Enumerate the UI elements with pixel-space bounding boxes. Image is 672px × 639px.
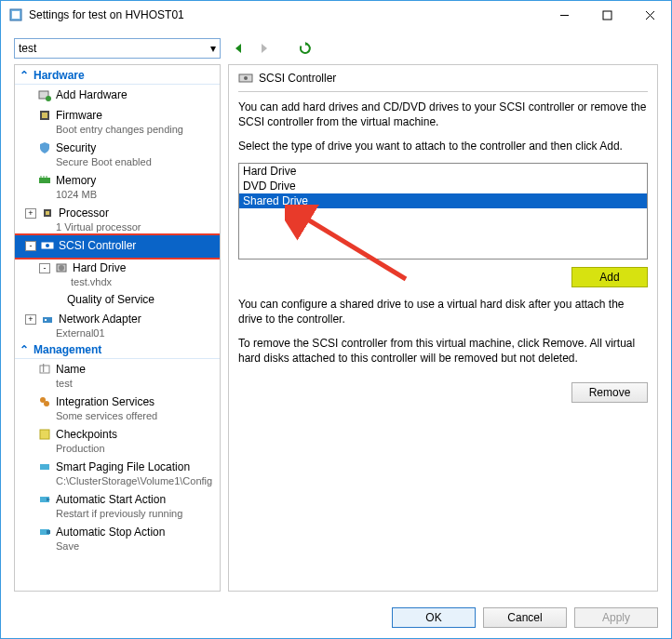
tree-processor[interactable]: +Processor 1 Virtual processor [15,203,220,235]
drive-type-list[interactable]: Hard Drive DVD Drive Shared Drive [238,163,648,260]
maximize-button[interactable] [585,1,628,29]
settings-icon [8,7,23,22]
window-title: Settings for test on HVHOST01 [29,8,543,21]
svg-point-22 [59,265,64,271]
tree-auto-stop[interactable]: Automatic Stop Action Save [15,522,220,554]
remove-button[interactable]: Remove [571,382,648,403]
tree-smart-paging[interactable]: Smart Paging File Location C:\ClusterSto… [15,457,220,489]
svg-marker-6 [235,44,241,53]
hard-drive-icon [54,260,69,275]
processor-icon [40,206,55,220]
vm-selector-value: test [19,42,36,55]
cancel-button[interactable]: Cancel [483,607,567,628]
detail-title: SCSI Controller [259,72,336,85]
tree-firmware-sub: Boot entry changes pending [19,124,216,136]
drive-option-shared[interactable]: Shared Drive [239,193,647,208]
tree-checkpoints[interactable]: Checkpoints Production [15,424,220,457]
drive-option-hard[interactable]: Hard Drive [239,164,647,179]
dialog-footer: OK Cancel Apply [1,597,671,638]
svg-point-10 [46,96,51,101]
detail-panel: SCSI Controller You can add hard drives … [228,64,658,592]
detail-header: SCSI Controller [238,71,648,92]
tree-hard-drive[interactable]: -Hard Drive test.vhdx [15,258,220,290]
top-toolbar: test ▾ [14,36,658,60]
detail-p1: You can add hard drives and CD/DVD drive… [238,100,648,129]
vm-selector[interactable]: test ▾ [14,38,221,59]
title-bar: Settings for test on HVHOST01 [1,1,671,29]
svg-rect-29 [40,430,49,439]
ok-button[interactable]: OK [392,607,476,628]
tree-processor-sub: 1 Virtual processor [19,221,216,233]
checkpoint-icon [37,427,52,442]
hardware-label: Hardware [34,69,85,82]
name-icon: I [37,362,52,377]
tree-network-sub: External01 [19,327,216,339]
security-icon [37,140,52,155]
hardware-section-header[interactable]: ⌃ Hardware [15,67,220,85]
svg-point-28 [44,401,49,406]
close-button[interactable] [628,1,671,29]
integration-icon [37,394,52,409]
svg-rect-13 [39,178,50,183]
drive-option-dvd[interactable]: DVD Drive [239,179,647,193]
firmware-icon [37,108,52,123]
minimize-button[interactable] [543,1,585,29]
chevron-down-icon: ▾ [210,42,216,55]
tree-network-adapter[interactable]: +Network Adapter External01 [15,309,220,341]
svg-rect-30 [40,464,49,470]
management-section-header[interactable]: ⌃ Management [15,341,220,359]
detail-p2: Select the type of drive you want to att… [238,139,648,153]
expand-icon[interactable]: + [25,208,36,219]
collapse-icon: ⌃ [19,343,30,356]
svg-point-20 [46,244,49,247]
svg-point-36 [244,76,248,80]
tree-integration[interactable]: Integration Services Some services offer… [15,392,220,424]
network-icon [40,312,55,326]
detail-p3: You can configure a shared drive to use … [238,297,648,326]
collapse-icon[interactable]: - [39,263,50,273]
paging-icon [37,459,52,474]
memory-icon [37,173,52,188]
collapse-icon[interactable]: - [25,241,36,251]
auto-start-icon [37,492,52,507]
refresh-button[interactable] [297,40,314,57]
tree-memory[interactable]: Memory 1024 MB [15,170,220,203]
tree-memory-sub: 1024 MB [19,189,216,201]
add-hardware-icon [37,87,52,102]
svg-rect-23 [43,317,52,323]
management-label: Management [34,343,101,356]
svg-text:I: I [42,363,45,375]
collapse-icon: ⌃ [19,69,30,82]
settings-tree[interactable]: ⌃ Hardware Add Hardware Firmware Boot en… [14,64,221,592]
svg-rect-1 [12,11,20,19]
tree-firmware[interactable]: Firmware Boot entry changes pending [15,105,220,138]
expand-icon[interactable]: + [25,314,36,325]
auto-stop-icon [37,525,52,539]
nav-forward-button[interactable] [256,40,273,57]
svg-rect-18 [46,211,49,215]
tree-qos[interactable]: Quality of Service [15,290,220,309]
tree-hard-drive-sub: test.vhdx [19,276,216,288]
svg-rect-3 [603,11,612,20]
highlight-box: -SCSI Controller [15,235,220,258]
detail-p4: To remove the SCSI controller from this … [238,336,648,366]
tree-scsi-controller[interactable]: -SCSI Controller [15,235,220,258]
main-area: ⌃ Hardware Add Hardware Firmware Boot en… [1,64,671,597]
tree-name[interactable]: IName test [15,359,220,392]
tree-auto-start[interactable]: Automatic Start Action Restart if previo… [15,489,220,522]
svg-marker-7 [262,44,267,53]
nav-back-button[interactable] [230,40,247,57]
tree-security[interactable]: Security Secure Boot enabled [15,138,220,170]
apply-button[interactable]: Apply [574,607,658,628]
scsi-icon [238,71,253,86]
svg-rect-24 [45,319,47,321]
scsi-icon [40,238,55,253]
svg-rect-12 [42,113,47,118]
svg-rect-34 [47,530,50,534]
tree-security-sub: Secure Boot enabled [19,156,216,168]
tree-add-hardware[interactable]: Add Hardware [15,85,220,105]
add-button[interactable]: Add [571,267,648,287]
